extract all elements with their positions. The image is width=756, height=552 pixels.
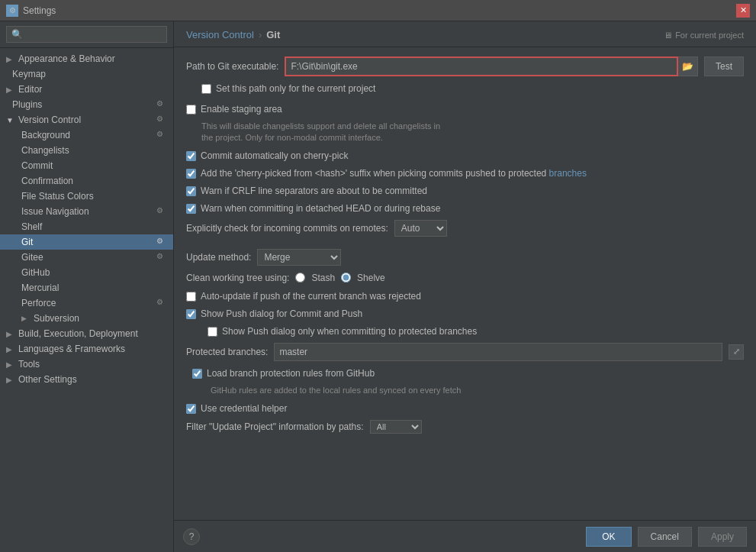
update-method-select[interactable]: Merge Rebase Branch Default bbox=[257, 249, 341, 266]
chevron-right-icon: ▶ bbox=[6, 55, 15, 63]
commit-cherry-pick-row: Commit automatically on cherry-pick bbox=[186, 150, 744, 163]
apply-button[interactable]: Apply bbox=[698, 527, 747, 547]
folder-icon: 📂 bbox=[682, 61, 693, 72]
stash-radio[interactable] bbox=[295, 273, 305, 282]
settings-icon: ⚙ bbox=[156, 130, 167, 140]
show-push-dialog-row: Show Push dialog for Commit and Push bbox=[186, 308, 744, 321]
sidebar-item-label: Git bbox=[21, 237, 33, 247]
commit-cherry-pick-label: Commit automatically on cherry-pick bbox=[201, 150, 348, 163]
action-buttons: OK Cancel Apply bbox=[586, 527, 747, 547]
titlebar: ⚙ Settings ✕ bbox=[0, 0, 756, 21]
sidebar-item-confirmation[interactable]: Confirmation bbox=[0, 173, 173, 189]
titlebar-title: Settings bbox=[23, 5, 56, 16]
help-button[interactable]: ? bbox=[183, 528, 200, 545]
auto-update-checkbox[interactable] bbox=[186, 292, 196, 302]
git-path-input[interactable] bbox=[285, 56, 678, 76]
enable-staging-checkbox[interactable] bbox=[186, 105, 196, 115]
sidebar-item-tools[interactable]: ▶ Tools bbox=[0, 357, 173, 372]
update-method-row: Update method: Merge Rebase Branch Defau… bbox=[186, 249, 744, 266]
sidebar-item-gitee[interactable]: Gitee ⚙ bbox=[0, 250, 173, 265]
test-button[interactable]: Test bbox=[704, 56, 744, 76]
enable-staging-row: Enable staging area bbox=[186, 103, 744, 116]
sidebar-item-build[interactable]: ▶ Build, Execution, Deployment bbox=[0, 326, 173, 341]
ok-button[interactable]: OK bbox=[586, 527, 631, 547]
settings-icon: ⚙ bbox=[156, 115, 167, 125]
sidebar-item-label: Editor bbox=[18, 84, 42, 95]
sidebar-item-file-status-colors[interactable]: File Status Colors bbox=[0, 189, 173, 204]
enable-staging-label: Enable staging area bbox=[201, 103, 282, 116]
path-label: Path to Git executable: bbox=[186, 61, 278, 72]
warn-detached-checkbox[interactable] bbox=[186, 204, 196, 214]
sidebar-item-commit[interactable]: Commit bbox=[0, 158, 173, 173]
shelve-radio[interactable] bbox=[341, 273, 351, 282]
sidebar-item-label: Languages & Frameworks bbox=[18, 344, 125, 354]
update-method-label: Update method: bbox=[186, 252, 251, 263]
filter-update-select[interactable]: All Custom bbox=[370, 420, 422, 434]
sidebar-item-other-settings[interactable]: ▶ Other Settings bbox=[0, 372, 173, 387]
sidebar-item-label: Gitee bbox=[21, 252, 43, 263]
sidebar-item-git[interactable]: Git ⚙ bbox=[0, 234, 173, 250]
add-suffix-label: Add the 'cherry-picked from <hash>' suff… bbox=[201, 167, 587, 180]
warn-crlf-row: Warn if CRLF line separators are about t… bbox=[186, 185, 744, 198]
sidebar-item-issue-navigation[interactable]: Issue Navigation ⚙ bbox=[0, 204, 173, 219]
cancel-button[interactable]: Cancel bbox=[638, 527, 692, 547]
show-push-protected-checkbox[interactable] bbox=[207, 327, 217, 337]
sidebar-item-label: Shelf bbox=[21, 221, 42, 232]
staging-hint-text2: the project. Only for non-modal commit i… bbox=[201, 133, 383, 142]
sidebar-item-keymap[interactable]: Keymap bbox=[0, 66, 173, 82]
commit-cherry-pick-checkbox[interactable] bbox=[186, 151, 196, 161]
load-branch-protection-checkbox[interactable] bbox=[192, 369, 202, 379]
sidebar-item-languages[interactable]: ▶ Languages & Frameworks bbox=[0, 341, 173, 357]
expand-protected-button[interactable]: ⤢ bbox=[729, 344, 744, 360]
sidebar-item-changelists[interactable]: Changelists bbox=[0, 143, 173, 158]
staging-hint-text1: This will disable changelists support an… bbox=[201, 121, 440, 131]
browse-button[interactable]: 📂 bbox=[678, 56, 698, 76]
sidebar-item-version-control[interactable]: ▼ Version Control ⚙ bbox=[0, 112, 173, 128]
use-credential-checkbox[interactable] bbox=[186, 404, 196, 414]
sidebar-item-editor[interactable]: ▶ Editor bbox=[0, 82, 173, 97]
breadcrumb-separator: › bbox=[259, 29, 262, 40]
set-path-only-label: Set this path only for the current proje… bbox=[216, 82, 375, 95]
sidebar-item-subversion[interactable]: ▶ Subversion bbox=[0, 311, 173, 326]
auto-update-label: Auto-update if push of the current branc… bbox=[201, 290, 421, 303]
sidebar-item-appearance[interactable]: ▶ Appearance & Behavior bbox=[0, 51, 173, 66]
warn-crlf-checkbox[interactable] bbox=[186, 186, 196, 196]
sidebar-item-label: Confirmation bbox=[21, 176, 73, 186]
sidebar-item-label: Subversion bbox=[34, 313, 79, 324]
sidebar-item-perforce[interactable]: Perforce ⚙ bbox=[0, 295, 173, 311]
sidebar-item-label: Other Settings bbox=[18, 374, 77, 385]
filter-update-label: Filter "Update Project" information by p… bbox=[186, 421, 364, 432]
sidebar-item-label: GitHub bbox=[21, 267, 50, 278]
add-suffix-checkbox[interactable] bbox=[186, 169, 196, 179]
incoming-commits-label: Explicitly check for incoming commits on… bbox=[186, 223, 388, 234]
sidebar-item-label: Build, Execution, Deployment bbox=[18, 328, 138, 339]
auto-update-row: Auto-update if push of the current branc… bbox=[186, 290, 744, 303]
search-box bbox=[0, 21, 173, 48]
sidebar-item-plugins[interactable]: Plugins ⚙ bbox=[0, 97, 173, 112]
sidebar-item-label: Plugins bbox=[12, 99, 42, 110]
sidebar-item-label: Tools bbox=[18, 359, 40, 370]
protected-branches-input[interactable] bbox=[274, 343, 722, 361]
sidebar-item-shelf[interactable]: Shelf bbox=[0, 219, 173, 234]
warn-detached-row: Warn when committing in detached HEAD or… bbox=[186, 202, 744, 215]
expand-icon: ⤢ bbox=[733, 347, 740, 357]
settings-icon: ⚙ bbox=[6, 5, 18, 17]
add-suffix-row: Add the 'cherry-picked from <hash>' suff… bbox=[186, 167, 744, 180]
path-input-container: 📂 bbox=[285, 56, 698, 76]
sidebar-item-mercurial[interactable]: Mercurial bbox=[0, 280, 173, 295]
chevron-down-icon: ▼ bbox=[6, 116, 15, 124]
incoming-commits-select[interactable]: Auto Always Never bbox=[394, 220, 447, 237]
sidebar-item-github[interactable]: GitHub bbox=[0, 265, 173, 280]
branches-link[interactable]: branches bbox=[549, 168, 587, 179]
sidebar-item-label: Version Control bbox=[18, 115, 81, 125]
breadcrumb-version-control[interactable]: Version Control bbox=[186, 29, 254, 40]
show-push-dialog-checkbox[interactable] bbox=[186, 309, 196, 319]
set-path-only-checkbox[interactable] bbox=[201, 84, 211, 94]
sidebar-item-label: Keymap bbox=[12, 69, 46, 79]
close-button[interactable]: ✕ bbox=[736, 4, 750, 18]
content-body: Path to Git executable: 📂 Test Set this … bbox=[174, 47, 756, 520]
show-push-dialog-label: Show Push dialog for Commit and Push bbox=[201, 308, 362, 321]
clean-working-tree-row: Clean working tree using: Stash Shelve bbox=[186, 272, 744, 285]
search-input[interactable] bbox=[6, 26, 167, 43]
sidebar-item-background[interactable]: Background ⚙ bbox=[0, 128, 173, 143]
